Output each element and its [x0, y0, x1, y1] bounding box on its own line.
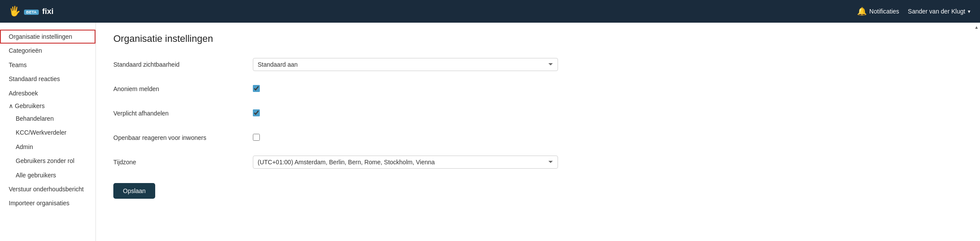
checkbox-openbaar-reageren[interactable] [253, 134, 260, 141]
control-anoniem-melden [253, 85, 558, 93]
sidebar-item-adresboek[interactable]: Adresboek [0, 86, 95, 100]
save-button[interactable]: Opslaan [113, 183, 155, 199]
sidebar: Organisatie instellingen Categorieën Tea… [0, 23, 96, 241]
bell-icon: 🔔 [857, 7, 867, 16]
select-standaard-zichtbaarheid[interactable]: Standaard aan Standaard uit [253, 58, 558, 71]
scroll-up-indicator[interactable]: ▲ [973, 23, 980, 31]
logo-text: fixi [42, 7, 54, 16]
field-verplicht-afhandelen: Verplicht afhandelen [113, 105, 963, 121]
label-standaard-zichtbaarheid: Standaard zichtbaarheid [113, 61, 253, 68]
sidebar-item-organisatie-instellingen[interactable]: Organisatie instellingen [0, 30, 95, 44]
label-tijdzone: Tijdzone [113, 159, 253, 166]
checkbox-anoniem-melden[interactable] [253, 85, 260, 92]
sidebar-item-standaard-reacties[interactable]: Standaard reacties [0, 72, 95, 86]
page-title: Organisatie instellingen [113, 33, 963, 44]
control-tijdzone: (UTC+01:00) Amsterdam, Berlin, Bern, Rom… [253, 156, 558, 169]
content-area: Organisatie instellingen Standaard zicht… [96, 23, 980, 241]
label-openbaar-reageren: Openbaar reageren voor inwoners [113, 134, 253, 141]
chevron-down-icon: ∧ [9, 102, 13, 109]
label-verplicht-afhandelen: Verplicht afhandelen [113, 110, 253, 117]
sidebar-section-gebruikers: ∧ Gebruikers [0, 100, 95, 112]
user-name-label: Sander van der Klugt [908, 8, 966, 15]
user-menu[interactable]: Sander van der Klugt ▼ [908, 8, 971, 15]
sidebar-item-categorieen[interactable]: Categorieën [0, 44, 95, 58]
control-standaard-zichtbaarheid: Standaard aan Standaard uit [253, 58, 558, 71]
header: 🖐 BETA fixi 🔔 Notificaties Sander van de… [0, 0, 980, 23]
sidebar-item-behandelaren[interactable]: Behandelaren [0, 112, 95, 126]
label-anoniem-melden: Anoniem melden [113, 85, 253, 92]
checkbox-verplicht-afhandelen[interactable] [253, 109, 260, 116]
sidebar-item-alle-gebruikers[interactable]: Alle gebruikers [0, 168, 95, 182]
field-tijdzone: Tijdzone (UTC+01:00) Amsterdam, Berlin, … [113, 154, 963, 170]
sidebar-item-importeer-organisaties[interactable]: Importeer organisaties [0, 196, 95, 210]
logo-hand-icon: 🖐 [9, 6, 20, 17]
beta-badge: BETA [24, 10, 39, 15]
section-label: Gebruikers [15, 102, 44, 109]
logo: 🖐 BETA fixi [9, 6, 54, 17]
header-right: 🔔 Notificaties Sander van der Klugt ▼ [857, 7, 971, 16]
main-layout: Organisatie instellingen Categorieën Tea… [0, 23, 980, 241]
field-openbaar-reageren: Openbaar reageren voor inwoners [113, 130, 963, 146]
sidebar-item-gebruikers-zonder-rol[interactable]: Gebruikers zonder rol [0, 154, 95, 168]
control-verplicht-afhandelen [253, 109, 558, 118]
notifications-label: Notificaties [869, 8, 899, 15]
chevron-down-icon: ▼ [967, 9, 971, 14]
field-standaard-zichtbaarheid: Standaard zichtbaarheid Standaard aan St… [113, 57, 963, 72]
field-anoniem-melden: Anoniem melden [113, 81, 963, 97]
sidebar-item-kcc-werkverdeler[interactable]: KCC/Werkverdeler [0, 126, 95, 139]
sidebar-item-verstuur-onderhoudsbericht[interactable]: Verstuur onderhoudsbericht [0, 182, 95, 196]
sidebar-item-teams[interactable]: Teams [0, 58, 95, 72]
sidebar-item-admin[interactable]: Admin [0, 140, 95, 154]
notifications-button[interactable]: 🔔 Notificaties [857, 7, 899, 16]
select-tijdzone[interactable]: (UTC+01:00) Amsterdam, Berlin, Bern, Rom… [253, 156, 558, 169]
control-openbaar-reageren [253, 134, 558, 142]
form-actions: Opslaan [113, 179, 963, 199]
